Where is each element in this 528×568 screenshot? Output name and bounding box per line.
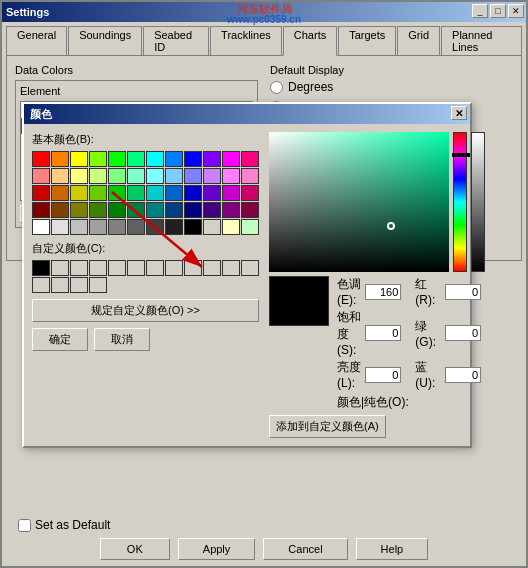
color-cell[interactable] (222, 168, 240, 184)
custom-color-cell[interactable] (89, 277, 107, 293)
custom-color-cell[interactable] (70, 277, 88, 293)
color-cell[interactable] (165, 168, 183, 184)
define-custom-colors-button[interactable]: 规定自定义颜色(O) >> (32, 299, 259, 322)
tab-targets[interactable]: Targets (338, 26, 396, 55)
color-cell[interactable] (165, 151, 183, 167)
custom-color-cell[interactable] (32, 277, 50, 293)
minimize-button[interactable]: _ (472, 4, 488, 18)
color-cell[interactable] (32, 202, 50, 218)
custom-color-cell[interactable] (203, 260, 221, 276)
color-cell[interactable] (108, 151, 126, 167)
red-input[interactable] (445, 284, 481, 300)
custom-color-cell[interactable] (70, 260, 88, 276)
color-cell[interactable] (70, 151, 88, 167)
color-cell[interactable] (203, 219, 221, 235)
tab-planned-lines[interactable]: Planned Lines (441, 26, 522, 55)
custom-color-cell[interactable] (51, 277, 69, 293)
color-cell[interactable] (241, 202, 259, 218)
custom-color-cell[interactable] (222, 260, 240, 276)
spectrum-gradient[interactable] (269, 132, 449, 272)
color-cell[interactable] (89, 151, 107, 167)
color-cell[interactable] (108, 202, 126, 218)
color-cell[interactable] (32, 185, 50, 201)
green-input[interactable] (445, 325, 481, 341)
custom-color-cell[interactable] (51, 260, 69, 276)
color-cell[interactable] (51, 202, 69, 218)
color-cell[interactable] (241, 168, 259, 184)
color-cell[interactable] (222, 151, 240, 167)
tab-grid[interactable]: Grid (397, 26, 440, 55)
color-cell[interactable] (70, 219, 88, 235)
color-cell[interactable] (184, 151, 202, 167)
tab-seabed-id[interactable]: Seabed ID (143, 26, 209, 55)
maximize-button[interactable]: □ (490, 4, 506, 18)
tab-tracklines[interactable]: Tracklines (210, 26, 282, 55)
color-cell[interactable] (203, 168, 221, 184)
custom-color-cell[interactable] (184, 260, 202, 276)
dialog-close-button[interactable]: ✕ (451, 106, 467, 120)
color-cell[interactable] (184, 219, 202, 235)
color-cell[interactable] (32, 151, 50, 167)
color-cell[interactable] (108, 219, 126, 235)
sat-input[interactable] (365, 325, 401, 341)
color-cell[interactable] (89, 202, 107, 218)
color-cell[interactable] (146, 185, 164, 201)
color-cell[interactable] (89, 185, 107, 201)
color-cell[interactable] (203, 202, 221, 218)
custom-color-cell[interactable] (89, 260, 107, 276)
color-cell[interactable] (184, 202, 202, 218)
add-to-custom-button[interactable]: 添加到自定义颜色(A) (269, 415, 386, 438)
tab-soundings[interactable]: Soundings (68, 26, 142, 55)
custom-color-cell[interactable] (108, 260, 126, 276)
color-cell[interactable] (146, 202, 164, 218)
color-cell[interactable] (184, 168, 202, 184)
color-cell[interactable] (51, 185, 69, 201)
hue-input[interactable] (365, 284, 401, 300)
degrees-radio[interactable] (270, 81, 283, 94)
color-cell[interactable] (32, 168, 50, 184)
color-cell[interactable] (51, 168, 69, 184)
color-cell[interactable] (203, 185, 221, 201)
color-cell[interactable] (127, 168, 145, 184)
color-cell[interactable] (51, 219, 69, 235)
cancel-button[interactable]: Cancel (263, 538, 347, 560)
color-cell[interactable] (146, 151, 164, 167)
color-cell[interactable] (89, 219, 107, 235)
color-cell[interactable] (222, 185, 240, 201)
custom-color-cell[interactable] (127, 260, 145, 276)
tab-general[interactable]: General (6, 26, 67, 55)
color-cell[interactable] (184, 185, 202, 201)
apply-button[interactable]: Apply (178, 538, 256, 560)
dialog-ok-button[interactable]: 确定 (32, 328, 88, 351)
color-cell[interactable] (165, 185, 183, 201)
color-cell[interactable] (222, 202, 240, 218)
color-cell[interactable] (165, 202, 183, 218)
color-cell[interactable] (108, 185, 126, 201)
tab-charts[interactable]: Charts (283, 26, 337, 56)
color-cell[interactable] (241, 185, 259, 201)
color-cell[interactable] (70, 202, 88, 218)
color-cell[interactable] (127, 219, 145, 235)
color-cell[interactable] (70, 168, 88, 184)
brightness-slider[interactable] (471, 132, 485, 272)
color-cell[interactable] (89, 168, 107, 184)
radio-degrees[interactable]: Degrees (270, 80, 513, 94)
help-button[interactable]: Help (356, 538, 429, 560)
close-button[interactable]: ✕ (508, 4, 524, 18)
custom-color-cell[interactable] (241, 260, 259, 276)
custom-color-cell[interactable] (146, 260, 164, 276)
color-cell[interactable] (146, 219, 164, 235)
color-cell[interactable] (51, 151, 69, 167)
color-cell[interactable] (241, 151, 259, 167)
color-cell[interactable] (127, 202, 145, 218)
hue-slider[interactable] (453, 132, 467, 272)
color-cell[interactable] (127, 185, 145, 201)
color-cell[interactable] (165, 219, 183, 235)
color-cell[interactable] (108, 168, 126, 184)
ok-button[interactable]: OK (100, 538, 170, 560)
color-cell[interactable] (32, 219, 50, 235)
color-cell[interactable] (222, 219, 240, 235)
blue-input[interactable] (445, 367, 481, 383)
color-cell[interactable] (203, 151, 221, 167)
lum-input[interactable] (365, 367, 401, 383)
